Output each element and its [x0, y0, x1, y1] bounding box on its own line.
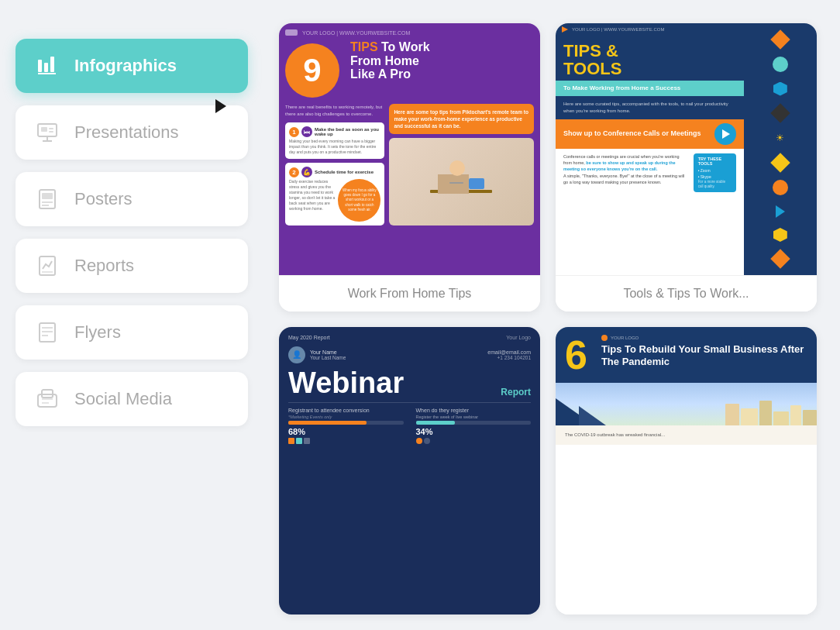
svg-rect-11 [42, 193, 53, 199]
inf1-number: 9 [285, 43, 339, 98]
webinar-stat1-note: *Marketing Events only [288, 415, 404, 419]
svg-rect-20 [38, 394, 57, 407]
rebuild-logo-dot [601, 335, 608, 341]
svg-rect-7 [41, 127, 47, 132]
sidebar-item-posters[interactable]: Posters [15, 172, 248, 226]
rebuild-title: Tips To Rebuild Your Small Business Afte… [601, 343, 807, 369]
inf2-highlight-title: Show up to Conference Calls or Meetings [563, 129, 701, 138]
svg-rect-27 [469, 178, 484, 189]
webinar-email: email@email.com [487, 349, 531, 355]
webinar-title: Webinar [288, 368, 404, 398]
thumbnail-rebuild: 6 YOUR LOGO Tips To Rebuild Your Small B… [556, 327, 817, 615]
svg-rect-8 [49, 128, 53, 129]
inf1-step2-icon: 💪 [301, 167, 312, 177]
report-icon [34, 253, 60, 279]
card-label-tools-tips: Tools & Tips To Work... [556, 275, 817, 312]
thumbnail-work-from-home: YOUR LOGO | WWW.YOURWEBSITE.COM 9 TIPS T… [279, 23, 540, 275]
inf2-play-button [714, 123, 736, 145]
sidebar-label-social-media: Social Media [74, 389, 172, 409]
webinar-avatar: 👤 [288, 346, 305, 363]
svg-point-26 [449, 160, 465, 176]
sidebar-item-presentations[interactable]: Presentations [15, 105, 248, 160]
card-tools-tips[interactable]: YOUR LOGO | WWW.YOURWEBSITE.COM TIPS & T… [556, 23, 817, 312]
sidebar-label-flyers: Flyers [74, 322, 121, 343]
card-webinar[interactable]: May 2020 Report Your Logo 👤 Your Name Yo… [279, 327, 540, 615]
inf1-step1-num: 1 [289, 127, 299, 137]
inf1-step1-icon: 🛏 [301, 126, 312, 137]
sidebar: Infographics Presentations Posters [0, 0, 263, 630]
inf1-intro: There are real benefits to working remot… [285, 104, 384, 118]
svg-rect-25 [438, 174, 469, 194]
inf2-main-title: TIPS & TOOLS [563, 42, 736, 77]
main-content-grid: YOUR LOGO | WWW.YOURWEBSITE.COM 9 TIPS T… [263, 0, 840, 630]
svg-rect-1 [44, 63, 48, 72]
inf1-logo-bar: YOUR LOGO | WWW.YOURWEBSITE.COM [285, 29, 534, 36]
inf2-logo-text: YOUR LOGO | WWW.YOURWEBSITE.COM [572, 27, 664, 32]
inf1-step1-body: Making your bed every morning can have a… [289, 139, 380, 155]
chart-bar-icon [34, 53, 60, 79]
webinar-stat1-label: Registrant to attendee conversion [288, 408, 404, 413]
rebuild-body-text: The COVID-19 outbreak has wreaked financ… [565, 432, 807, 439]
inf2-deco-column: ☀ [744, 23, 817, 275]
inf1-quote: When my focus ability goes down I go for… [338, 185, 380, 215]
webinar-divider [288, 402, 531, 403]
social-icon [34, 386, 60, 412]
svg-rect-0 [38, 60, 42, 72]
webinar-name: Your Name [310, 349, 346, 355]
inf1-step2-body: Daily exercise reduces stress and gives … [289, 179, 335, 222]
webinar-stat2-val: 34% [416, 427, 532, 436]
inf1-step2-num: 2 [289, 167, 299, 177]
svg-rect-2 [50, 57, 54, 72]
rebuild-logo: YOUR LOGO [611, 336, 639, 340]
sidebar-item-social-media[interactable]: Social Media [15, 372, 248, 426]
webinar-stat2-label: When do they register [416, 408, 532, 413]
webinar-date: May 2020 Report [288, 335, 330, 340]
inf1-highlight-box: Here are some top tips from Piktochart's… [389, 104, 533, 134]
inf2-logo-play-icon [562, 26, 568, 33]
webinar-logo: Your Logo [506, 335, 531, 340]
card-rebuild[interactable]: 6 YOUR LOGO Tips To Rebuild Your Small B… [556, 327, 817, 615]
sidebar-label-reports: Reports [74, 256, 134, 276]
inf1-title: TIPS To WorkFrom HomeLike A Pro [350, 40, 534, 81]
poster-icon [34, 186, 60, 212]
inf1-step1-title: Make the bed as soon as you wake up [315, 127, 380, 136]
thumbnail-webinar: May 2020 Report Your Logo 👤 Your Name Yo… [279, 327, 540, 615]
sidebar-item-flyers[interactable]: Flyers [15, 305, 248, 360]
inf1-step2-title: Schedule time for exercise [315, 170, 380, 174]
card-work-from-home[interactable]: YOUR LOGO | WWW.YOURWEBSITE.COM 9 TIPS T… [279, 23, 540, 312]
svg-rect-28 [449, 182, 463, 184]
inf2-tools-box: TRY THESE TOOLS • Zoom • Skype For a mor… [694, 153, 736, 193]
inf2-subtitle: To Make Working from Home a Success [563, 84, 736, 92]
inf2-conf-text: Conference calls or meetings are crucial… [563, 153, 689, 193]
sidebar-label-infographics: Infographics [74, 56, 177, 76]
cursor-arrow [215, 99, 226, 113]
svg-rect-9 [49, 131, 53, 133]
webinar-phone: +1 234 104201 [487, 355, 531, 360]
flyer-icon [34, 319, 60, 346]
presentation-icon [34, 119, 60, 146]
webinar-last-name: Your Last Name [310, 355, 346, 360]
webinar-stat2-desc: Register the week of live webinar [416, 415, 532, 419]
sidebar-label-presentations: Presentations [74, 122, 179, 143]
sidebar-label-posters: Posters [74, 189, 133, 209]
inf2-body-text: Here are some curated tips, accompanied … [563, 101, 736, 115]
webinar-stat1-val: 68% [288, 427, 404, 436]
thumbnail-tools-tips: YOUR LOGO | WWW.YOURWEBSITE.COM TIPS & T… [556, 23, 817, 275]
card-label-work-from-home: Work From Home Tips [279, 275, 540, 312]
sidebar-item-reports[interactable]: Reports [15, 239, 248, 293]
rebuild-number: 6 [565, 335, 587, 375]
webinar-report-label: Report [501, 387, 531, 398]
sidebar-item-infographics[interactable]: Infographics [15, 39, 248, 93]
